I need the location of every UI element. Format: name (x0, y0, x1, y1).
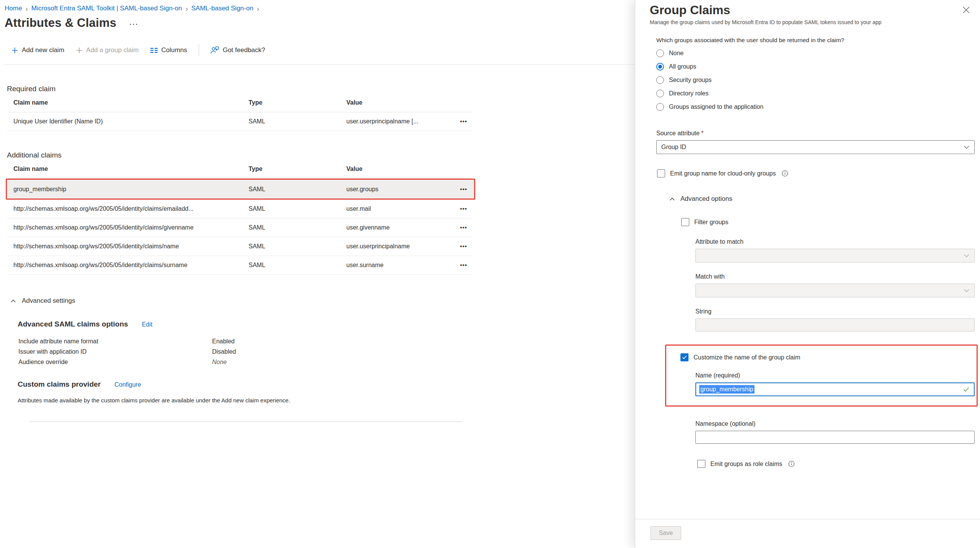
claim-name-cell: http://schemas.xmlsoap.org/ws/2005/05/id… (7, 262, 249, 269)
row-more-menu[interactable]: ••• (460, 224, 467, 231)
breadcrumb-home-link[interactable]: Home (5, 5, 22, 12)
valid-check-icon (963, 387, 969, 392)
filter-groups-checkbox[interactable]: Filter groups (681, 218, 974, 226)
info-icon[interactable] (788, 461, 795, 467)
emit-role-claims-checkbox[interactable]: Emit groups as role claims (697, 460, 974, 468)
toolbar-divider (199, 44, 199, 56)
columns-button[interactable]: Columns (150, 46, 187, 54)
claim-value-cell: user.groups (346, 186, 448, 193)
chevron-down-icon (964, 254, 969, 258)
configure-link[interactable]: Configure (114, 381, 141, 388)
radio-option-none[interactable]: None (656, 49, 974, 57)
claim-value-cell: user.givenname (346, 224, 448, 231)
table-row-givenname[interactable]: http://schemas.xmlsoap.org/ws/2005/05/id… (7, 218, 472, 237)
radio-label: All groups (669, 63, 696, 70)
page-title: Attributes & Claims (5, 16, 116, 30)
group-claims-panel: Group Claims Manage the group claims use… (635, 0, 980, 548)
advanced-settings-toggle[interactable]: Advanced settings (11, 297, 635, 305)
info-icon[interactable] (782, 170, 788, 177)
title-more-menu[interactable]: ··· (129, 18, 138, 29)
claim-value-cell: user.userprincipalname (346, 243, 448, 250)
attribute-to-match-dropdown[interactable] (695, 249, 975, 263)
radio-option-groups-assigned[interactable]: Groups assigned to the application (656, 103, 974, 111)
table-row-group-membership[interactable]: group_membership SAML user.groups ••• (7, 180, 474, 199)
checkbox-icon (681, 218, 689, 226)
add-new-claim-button[interactable]: Add new claim (12, 46, 64, 54)
kv-label: Include attribute name format (18, 336, 212, 346)
section-divider (29, 421, 463, 422)
breadcrumb-signon-link[interactable]: SAML-based Sign-on (191, 5, 254, 12)
additional-claims-heading: Additional claims (7, 151, 635, 159)
claim-type-cell: SAML (249, 224, 346, 231)
breadcrumb-app-link[interactable]: Microsoft Entra SAML Toolkit | SAML-base… (31, 5, 182, 12)
custom-claims-provider-description: Attributes made available by the custom … (18, 397, 440, 404)
add-group-claim-label: Add a group claim (86, 46, 139, 54)
claim-type-cell: SAML (249, 205, 346, 212)
radio-option-security-groups[interactable]: Security groups (656, 76, 974, 84)
string-input[interactable] (695, 318, 975, 331)
required-claim-row[interactable]: Unique User Identifier (Name ID) SAML us… (7, 112, 472, 131)
radio-icon (656, 76, 664, 84)
edit-link[interactable]: Edit (142, 321, 153, 328)
radio-selected-icon (656, 63, 664, 71)
customize-annotation-box: Customize the name of the group claim Na… (665, 345, 978, 407)
group-claim-name-input[interactable]: group_membership (695, 382, 975, 396)
got-feedback-label: Got feedback? (223, 46, 265, 54)
advanced-options-toggle[interactable]: Advanced options (670, 195, 974, 203)
claim-name-cell: http://schemas.xmlsoap.org/ws/2005/05/id… (7, 205, 249, 212)
namespace-label: Namespace (optional) (695, 420, 974, 427)
radio-option-all-groups[interactable]: All groups (656, 63, 974, 71)
panel-body: Which groups associated with the user sh… (635, 25, 980, 519)
emit-cloud-only-checkbox[interactable]: Emit group name for cloud-only groups (657, 169, 974, 177)
additional-claims-table: Claim name Type Value group_membership S… (7, 159, 472, 275)
panel-footer: Save (635, 519, 980, 548)
claim-name-cell: http://schemas.xmlsoap.org/ws/2005/05/id… (7, 243, 249, 250)
row-more-menu[interactable]: ••• (460, 186, 467, 192)
customize-name-checkbox[interactable]: Customize the name of the group claim (680, 353, 977, 361)
panel-header: Group Claims Manage the group claims use… (635, 0, 980, 25)
radio-label: None (669, 50, 684, 57)
table-row-emailaddress[interactable]: http://schemas.xmlsoap.org/ws/2005/05/id… (7, 200, 472, 218)
chevron-up-icon (11, 299, 16, 303)
kv-row: Include attribute name format Enabled (18, 336, 635, 346)
checkbox-label: Emit groups as role claims (710, 461, 782, 468)
advanced-options-label: Advanced options (680, 195, 732, 203)
close-icon[interactable] (962, 6, 971, 15)
table-row-surname[interactable]: http://schemas.xmlsoap.org/ws/2005/05/id… (7, 256, 472, 275)
namespace-input[interactable] (695, 431, 975, 444)
claim-value-cell: user.userprincipalname [... (346, 118, 448, 125)
source-attribute-dropdown[interactable]: Group ID (656, 140, 975, 154)
breadcrumb-chevron-icon: › (185, 5, 188, 12)
radio-option-directory-roles[interactable]: Directory roles (656, 90, 974, 97)
required-claim-table-header: Claim name Type Value (7, 93, 472, 112)
radio-icon (656, 103, 664, 111)
row-more-menu[interactable]: ••• (460, 262, 467, 268)
panel-title: Group Claims (650, 3, 972, 17)
row-more-menu[interactable]: ••• (460, 118, 467, 125)
selected-input-text: group_membership (699, 385, 754, 394)
toolbar: Add new claim Add a group claim Columns (12, 41, 635, 59)
row-more-menu[interactable]: ••• (460, 205, 467, 212)
name-required-label: Name (required) (695, 372, 977, 379)
claim-type-cell: SAML (249, 243, 346, 250)
claim-name-cell: group_membership (7, 186, 249, 193)
row-more-menu[interactable]: ••• (460, 243, 467, 249)
chevron-down-icon (964, 289, 969, 292)
source-attribute-value: Group ID (661, 144, 686, 151)
string-label: String (695, 308, 974, 315)
plus-icon (12, 47, 18, 54)
kv-label: Issuer with application ID (18, 346, 212, 357)
plus-icon (76, 47, 82, 54)
table-row-name[interactable]: http://schemas.xmlsoap.org/ws/2005/05/id… (7, 237, 472, 256)
col-claim-name: Claim name (7, 166, 249, 172)
kv-label: Audience override (18, 357, 212, 367)
got-feedback-button[interactable]: Got feedback? (211, 46, 265, 54)
radio-label: Directory roles (669, 90, 708, 97)
checkbox-icon (697, 460, 705, 468)
breadcrumb-chevron-icon: › (25, 5, 28, 12)
match-with-dropdown[interactable] (695, 284, 975, 297)
save-button[interactable]: Save (651, 526, 681, 540)
columns-icon (150, 48, 158, 53)
chevron-up-icon (670, 197, 675, 201)
add-group-claim-button[interactable]: Add a group claim (76, 46, 139, 54)
